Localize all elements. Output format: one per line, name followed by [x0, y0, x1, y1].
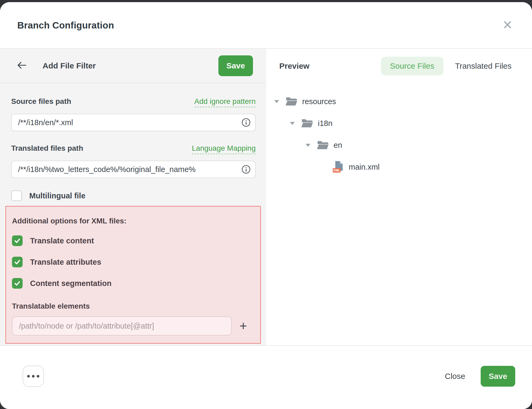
- language-mapping-link[interactable]: Language Mapping: [192, 144, 256, 154]
- translatable-elements-label: Translatable elements: [12, 302, 255, 310]
- tree-item-en[interactable]: en: [274, 138, 532, 152]
- translated-path-label: Translated files path: [11, 144, 83, 153]
- tree-item-label: en: [334, 141, 342, 150]
- panel-title: Add File Filter: [43, 61, 96, 70]
- tree-item-resources[interactable]: resources: [274, 95, 532, 108]
- more-options-button[interactable]: [23, 366, 44, 387]
- source-path-row: Source files path Add ignore pattern: [11, 97, 256, 107]
- tab-translated-files[interactable]: Translated Files: [455, 57, 512, 75]
- tree-item-main-xml[interactable]: XMLmain.xml: [274, 160, 532, 174]
- checkbox-checked-icon[interactable]: [12, 257, 23, 267]
- xml-option-checkbox-row[interactable]: Translate content: [12, 235, 255, 246]
- source-path-input[interactable]: [11, 114, 256, 131]
- xml-option-checkbox-row[interactable]: Translate attributes: [12, 257, 255, 267]
- multilingual-checkbox-row[interactable]: Multilingual file: [11, 190, 256, 201]
- file-tree: resourcesi18nenXMLmain.xml: [266, 83, 532, 182]
- ellipsis-icon: [27, 375, 39, 378]
- xml-options-heading: Additional options for XML files:: [12, 217, 255, 225]
- xml-option-label: Translate content: [30, 236, 94, 245]
- dialog-main: Add File Filter Save Source files path A…: [0, 49, 532, 345]
- svg-text:XML: XML: [333, 169, 340, 172]
- footer-actions: Close Save: [445, 366, 515, 387]
- dialog-header: Branch Configuration: [0, 2, 532, 49]
- folder-icon: [285, 96, 297, 107]
- dialog-title: Branch Configuration: [17, 20, 114, 31]
- tree-item-label: resources: [302, 97, 336, 106]
- source-path-input-wrap: [11, 114, 256, 131]
- preview-tabs: Source Files Translated Files: [381, 57, 512, 75]
- info-icon[interactable]: [241, 118, 251, 127]
- tab-source-files[interactable]: Source Files: [381, 57, 443, 75]
- translated-path-input-wrap: [11, 161, 256, 178]
- folder-icon: [317, 140, 329, 150]
- close-icon: [503, 20, 512, 31]
- xml-file-icon: XML: [332, 161, 344, 173]
- xml-option-checkbox-row[interactable]: Content segmentation: [12, 278, 255, 289]
- xml-options-checkbox-list: Translate contentTranslate attributesCon…: [12, 235, 255, 289]
- file-filter-panel: Add File Filter Save Source files path A…: [0, 49, 266, 345]
- add-ignore-pattern-link[interactable]: Add ignore pattern: [194, 97, 256, 107]
- info-icon[interactable]: [241, 165, 251, 174]
- caret-down-icon[interactable]: [274, 100, 279, 103]
- file-filter-form: Source files path Add ignore pattern Tr: [0, 83, 266, 345]
- tree-item-label: i18n: [318, 119, 332, 128]
- preview-title: Preview: [279, 62, 309, 71]
- multilingual-label: Multilingual file: [29, 191, 85, 200]
- save-filter-button[interactable]: Save: [218, 55, 253, 76]
- tree-item-i18n[interactable]: i18n: [274, 116, 532, 130]
- folder-icon: [301, 118, 313, 128]
- translated-path-input[interactable]: [11, 161, 256, 178]
- xml-option-label: Translate attributes: [30, 258, 101, 267]
- translatable-elements-row: +: [12, 316, 255, 336]
- translated-path-row: Translated files path Language Mapping: [11, 144, 256, 154]
- back-button[interactable]: [16, 60, 27, 71]
- checkbox-checked-icon[interactable]: [12, 278, 23, 289]
- close-dialog-button[interactable]: Close: [445, 372, 465, 381]
- preview-panel: Preview Source Files Translated Files re…: [266, 49, 532, 345]
- tree-item-label: main.xml: [349, 163, 380, 171]
- multilingual-checkbox[interactable]: [11, 190, 22, 201]
- preview-header: Preview Source Files Translated Files: [266, 49, 532, 83]
- caret-down-icon[interactable]: [290, 122, 295, 125]
- caret-down-icon[interactable]: [305, 144, 311, 147]
- checkbox-checked-icon[interactable]: [12, 235, 23, 246]
- add-translatable-element-button[interactable]: +: [232, 320, 255, 332]
- source-path-label: Source files path: [11, 97, 71, 106]
- dialog-footer: Close Save: [0, 345, 532, 409]
- save-dialog-button[interactable]: Save: [481, 366, 515, 387]
- xml-options-section: Additional options for XML files: Transl…: [5, 206, 261, 344]
- close-button[interactable]: [502, 19, 513, 31]
- translatable-elements-input[interactable]: [12, 316, 232, 336]
- file-filter-header: Add File Filter Save: [0, 49, 266, 83]
- xml-option-label: Content segmentation: [30, 279, 111, 288]
- arrow-left-icon: [17, 61, 27, 71]
- branch-configuration-dialog: Branch Configuration Add File: [0, 2, 532, 409]
